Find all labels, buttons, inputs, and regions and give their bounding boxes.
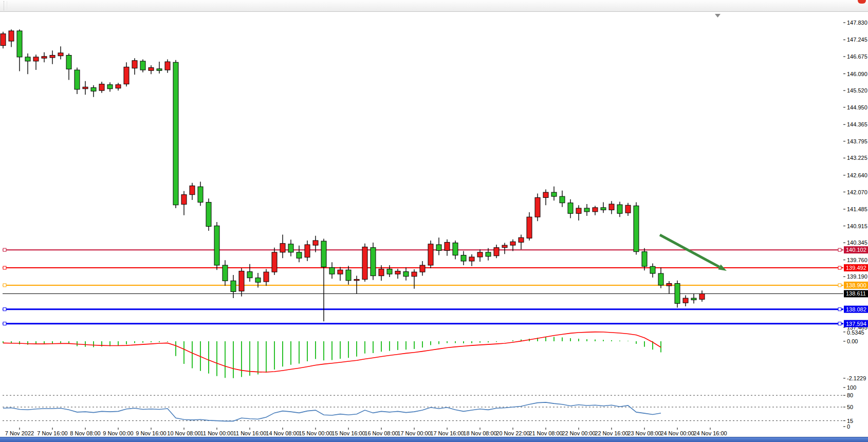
candle-body <box>9 31 14 41</box>
line-handle[interactable] <box>3 308 6 311</box>
downtrend-arrow[interactable] <box>660 235 727 271</box>
svg-text:140.102: 140.102 <box>846 247 866 253</box>
svg-text:138.900: 138.900 <box>846 282 866 288</box>
price-tick-label: 143.225 <box>847 155 867 161</box>
svg-text:139.492: 139.492 <box>846 265 866 271</box>
candle-body <box>42 57 47 58</box>
time-tick-label: 23 Nov 08:00 <box>627 430 661 436</box>
candle-body <box>280 244 285 252</box>
time-axis[interactable]: 7 Nov 20227 Nov 16:008 Nov 08:009 Nov 00… <box>5 428 727 436</box>
macd-pane[interactable]: 0.53450.00-2.1229 <box>3 329 866 381</box>
rsi-axis-label: 0 <box>847 423 850 430</box>
price-tick-label: 140.915 <box>847 223 867 229</box>
notifications-button[interactable] <box>859 0 863 12</box>
price-chart-canvas[interactable]: 147.830147.245146.675146.090145.520144.9… <box>0 0 868 442</box>
search-button[interactable] <box>851 0 855 12</box>
candle-body <box>124 67 129 84</box>
line-handle[interactable] <box>838 284 841 287</box>
price-label-138900: 138.900 <box>844 282 868 289</box>
candle-body <box>551 192 557 196</box>
price-tick-label: 139.190 <box>847 273 867 280</box>
candle-body <box>165 62 170 70</box>
candle-body <box>321 241 326 267</box>
line-handle[interactable] <box>3 284 6 287</box>
candle-body <box>91 87 96 91</box>
price-line-138900[interactable] <box>3 284 843 287</box>
line-handle[interactable] <box>3 248 6 251</box>
candle-body <box>33 57 39 61</box>
time-tick-label: 24 Nov 16:00 <box>693 430 727 436</box>
candle-body <box>354 279 359 280</box>
candle-body <box>305 245 310 257</box>
candle-body <box>66 56 71 69</box>
candle-body <box>560 196 565 203</box>
svg-text:138.082: 138.082 <box>846 306 866 312</box>
rsi-axis-label: 80 <box>847 392 853 398</box>
price-lines-layer[interactable] <box>3 248 843 325</box>
candle-body <box>617 205 622 213</box>
candle-body <box>288 244 293 252</box>
main-toolbar <box>0 0 868 12</box>
candle-body <box>436 245 441 250</box>
candle-body <box>338 270 343 274</box>
line-handle[interactable] <box>838 322 841 325</box>
candle-body <box>231 281 236 291</box>
candle-body <box>247 272 252 278</box>
time-tick-label: 8 Nov 08:00 <box>70 430 100 436</box>
toolbar-separator <box>4 1 7 10</box>
macd-axis-label: 0.5345 <box>847 329 864 336</box>
candle-body <box>601 208 606 210</box>
window-bottom-edge <box>0 437 868 442</box>
candle-body <box>379 269 384 275</box>
candle-body <box>445 242 450 250</box>
candle-body <box>683 298 688 303</box>
line-handle[interactable] <box>3 322 6 325</box>
candle-body <box>568 203 573 214</box>
candle-body <box>157 69 162 70</box>
candle-body <box>412 272 417 277</box>
time-tick-label: 24 Nov 00:00 <box>660 430 694 436</box>
candle-body <box>593 208 598 212</box>
price-tick-label: 140.345 <box>847 240 867 246</box>
price-tick-label: 147.245 <box>847 36 867 43</box>
candle-body <box>107 85 113 89</box>
price-line-140102[interactable] <box>3 248 843 251</box>
time-tick-label: 20 Nov 22:00 <box>496 430 529 436</box>
candle-body <box>25 57 30 61</box>
price-label-140102: 140.102 <box>844 246 868 253</box>
candle-body <box>387 269 392 274</box>
candle-body <box>116 85 121 88</box>
time-tick-label: 16 Nov 08:00 <box>364 430 398 436</box>
line-handle[interactable] <box>838 308 841 311</box>
price-tick-label: 139.760 <box>847 257 867 263</box>
price-label-138611: 138.611 <box>844 290 868 297</box>
candle-body <box>255 278 261 283</box>
candle-body <box>634 206 639 251</box>
candle-body <box>535 197 540 217</box>
candle-body <box>173 62 178 205</box>
candle-body <box>239 271 244 291</box>
price-tick-label: 143.795 <box>847 138 867 144</box>
rsi-pane[interactable]: 1008050150 <box>3 384 856 430</box>
price-label-138082: 138.082 <box>844 306 868 313</box>
candle-body <box>477 252 483 257</box>
time-tick-label: 7 Nov 16:00 <box>37 430 67 436</box>
line-handle[interactable] <box>838 266 841 269</box>
notification-badge <box>858 0 866 4</box>
time-tick-label: 21 Nov 08:00 <box>529 430 562 436</box>
price-line-137594[interactable] <box>3 322 843 325</box>
price-line-138082[interactable] <box>3 308 843 311</box>
candle-body <box>132 61 137 68</box>
price-label-137594: 137.594 <box>844 320 868 327</box>
macd-axis-label: 0.00 <box>847 338 858 344</box>
chart-shift-marker-icon[interactable] <box>715 14 721 17</box>
candle-body <box>461 255 466 261</box>
time-tick-label: 17 Nov 00:00 <box>397 430 431 436</box>
candle-body <box>642 252 647 267</box>
candle-body <box>609 204 614 210</box>
line-handle[interactable] <box>838 248 841 251</box>
time-tick-label: 17 Nov 16:00 <box>430 430 464 436</box>
candle-body <box>625 205 631 213</box>
line-handle[interactable] <box>3 266 6 269</box>
candle-body <box>658 273 663 285</box>
